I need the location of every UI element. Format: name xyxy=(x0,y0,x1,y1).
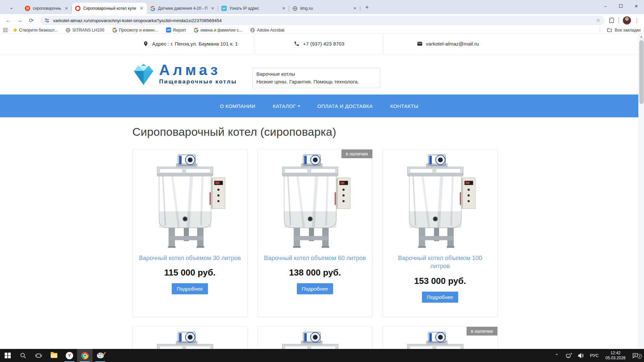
file-explorer-button[interactable] xyxy=(46,349,62,362)
reload-button[interactable]: ⟳ xyxy=(26,17,36,24)
back-button[interactable]: ← xyxy=(3,17,13,24)
action-center-button[interactable]: 2 xyxy=(630,352,641,359)
url-text[interactable]: varkotel-almaz.ru/siropovarochnyi-kotel-… xyxy=(53,18,593,23)
product-title-link[interactable]: Варочный котел объемом 30 литров xyxy=(138,254,242,262)
taskbar-clock[interactable]: 12:42 05.03.2026 xyxy=(602,351,629,361)
nav-about[interactable]: О КОМПАНИИ xyxy=(220,103,255,109)
address-bar[interactable]: varkotel-almaz.ru/siropovarochnyi-kotel-… xyxy=(40,16,604,25)
tab-search-button[interactable]: ⌄ xyxy=(4,2,19,12)
paint-button[interactable] xyxy=(93,349,108,362)
apps-grid-icon[interactable] xyxy=(3,28,7,32)
details-button[interactable]: Подробнее xyxy=(297,283,333,294)
product-image[interactable] xyxy=(138,331,242,349)
product-title-link[interactable]: Варочный котел объемом 60 литров xyxy=(263,254,367,262)
new-tab-button[interactable]: + xyxy=(362,3,372,12)
nav-contacts[interactable]: КОНТАКТЫ xyxy=(390,103,418,109)
browser-tab-1[interactable]: Я сироповарочный котел алмаз ✕ xyxy=(21,3,72,14)
bookmark-item[interactable]: Adobe Acrobat xyxy=(250,28,284,33)
globe-icon xyxy=(292,6,298,11)
tab-close-icon[interactable]: ✕ xyxy=(352,6,358,11)
restore-button[interactable] xyxy=(613,0,629,12)
tab-close-icon[interactable]: ✕ xyxy=(210,6,215,11)
scroll-up-arrow[interactable]: ▲ xyxy=(639,34,644,38)
windows-taskbar: Y ⌃ РУС 12:42 05.03.2026 2 xyxy=(0,349,644,362)
product-price: 153 000 руб. xyxy=(388,276,492,286)
contact-info-bar: Адрес : г. Пенза,ул. Баумана 101 к. 1 +7… xyxy=(0,34,638,54)
google-icon xyxy=(150,6,155,11)
details-button[interactable]: Подробнее xyxy=(172,283,208,294)
product-grid-row-2: в наличии xyxy=(132,326,512,349)
chevron-down-icon: ▾ xyxy=(298,104,300,108)
google-icon xyxy=(112,28,117,33)
product-card: в наличии Варочный котел объемом 60 литр… xyxy=(258,149,373,317)
taskbar-search-button[interactable] xyxy=(15,349,31,362)
bookmark-item[interactable]: SITRANS LH100 xyxy=(66,28,104,33)
bookmark-item[interactable]: имена и фамилии с... xyxy=(194,28,243,33)
task-view-button[interactable] xyxy=(31,349,46,362)
browser-menu-button[interactable]: ⋮ xyxy=(633,17,641,23)
product-image[interactable] xyxy=(138,154,242,249)
browser-toolbar: ← → ⟳ varkotel-almaz.ru/siropovarochnyi-… xyxy=(0,14,644,27)
yandex-browser-icon: Y xyxy=(66,352,73,359)
bookmark-item[interactable]: Просмотр и измен... xyxy=(112,28,158,33)
network-icon xyxy=(566,352,572,359)
profile-avatar[interactable] xyxy=(623,16,631,25)
browser-tab-4[interactable]: IP Узнать IP адрес ✕ xyxy=(218,3,289,14)
bookmarks-separator xyxy=(9,28,9,33)
tray-expand-button[interactable]: ⌃ xyxy=(551,353,562,358)
product-price: 115 000 руб. xyxy=(138,267,242,278)
language-indicator[interactable]: РУС xyxy=(588,353,601,358)
volume-tray-icon[interactable] xyxy=(576,352,586,359)
time-text: 12:42 xyxy=(602,351,629,356)
stock-badge: в наличии xyxy=(467,327,497,336)
bookmark-star-icon[interactable]: ☆ xyxy=(596,17,600,23)
forward-button[interactable]: → xyxy=(15,17,25,24)
bookmark-item[interactable]: VKReport xyxy=(166,27,186,33)
all-bookmarks-button[interactable]: Все закладки xyxy=(598,27,641,33)
browser-tab-2-active[interactable]: Сироповарочный котел купит ✕ xyxy=(72,3,147,14)
speaker-icon xyxy=(578,352,584,359)
yandex-browser-button[interactable]: Y xyxy=(62,349,77,362)
promo-line2: Низкие цены. Гарантия. Помощь технолога. xyxy=(257,78,376,85)
browser-tab-5[interactable]: iimg.su ✕ xyxy=(289,3,360,14)
restore-icon xyxy=(619,4,623,8)
phone-text[interactable]: +7 (937) 423 8703 xyxy=(303,41,344,47)
extensions-icon[interactable] xyxy=(608,17,615,24)
globe-icon xyxy=(66,28,70,33)
nav-payment-delivery[interactable]: ОПЛАТА И ДОСТАВКА xyxy=(317,103,373,109)
site-ring-icon xyxy=(75,6,80,11)
product-image[interactable] xyxy=(263,331,367,349)
email-text[interactable]: varkotel-almaz@mail.ru xyxy=(426,41,479,47)
minimize-button[interactable]: – xyxy=(598,0,613,12)
product-image[interactable] xyxy=(263,154,367,249)
chrome-button[interactable] xyxy=(77,349,93,362)
close-button[interactable]: ✕ xyxy=(629,0,644,12)
window-controls: – ✕ xyxy=(598,0,644,12)
site-logo[interactable]: Алмаз Пищеварочные котлы xyxy=(132,62,237,86)
tab-close-icon[interactable]: ✕ xyxy=(139,6,144,11)
scrollbar-thumb[interactable] xyxy=(639,40,644,104)
product-price: 138 000 руб. xyxy=(263,267,367,278)
network-tray-icon[interactable] xyxy=(564,352,574,359)
tab-title: iimg.su xyxy=(300,6,350,11)
details-button[interactable]: Подробнее xyxy=(422,292,458,303)
toolbar-separator xyxy=(619,17,619,23)
email-block: varkotel-almaz@mail.ru xyxy=(383,34,512,54)
logo-name: Алмаз xyxy=(159,62,237,78)
site-settings-icon[interactable] xyxy=(44,18,50,23)
browser-tab-3[interactable]: Датчики давления 4-20 - Поис ✕ xyxy=(147,3,218,14)
address-block: Адрес : г. Пенза,ул. Баумана 101 к. 1 xyxy=(126,34,255,54)
product-card-partial xyxy=(258,326,373,349)
product-image[interactable] xyxy=(388,154,492,249)
stock-badge: в наличии xyxy=(341,149,372,158)
bookmark-item[interactable]: Створити безкошт... xyxy=(13,28,58,33)
nav-catalog[interactable]: КАТАЛОГ▾ xyxy=(273,103,300,109)
tab-close-icon[interactable]: ✕ xyxy=(281,6,286,11)
product-card: Варочный котел объемом 100 литров 153 00… xyxy=(383,149,498,317)
page-scrollbar[interactable]: ▲ xyxy=(638,34,644,349)
vk-icon: VK xyxy=(166,27,171,33)
tab-close-icon[interactable]: ✕ xyxy=(64,6,69,11)
product-title-link[interactable]: Варочный котел объемом 100 литров xyxy=(388,254,492,270)
product-card-partial: в наличии xyxy=(383,326,498,349)
start-button[interactable] xyxy=(0,349,15,362)
